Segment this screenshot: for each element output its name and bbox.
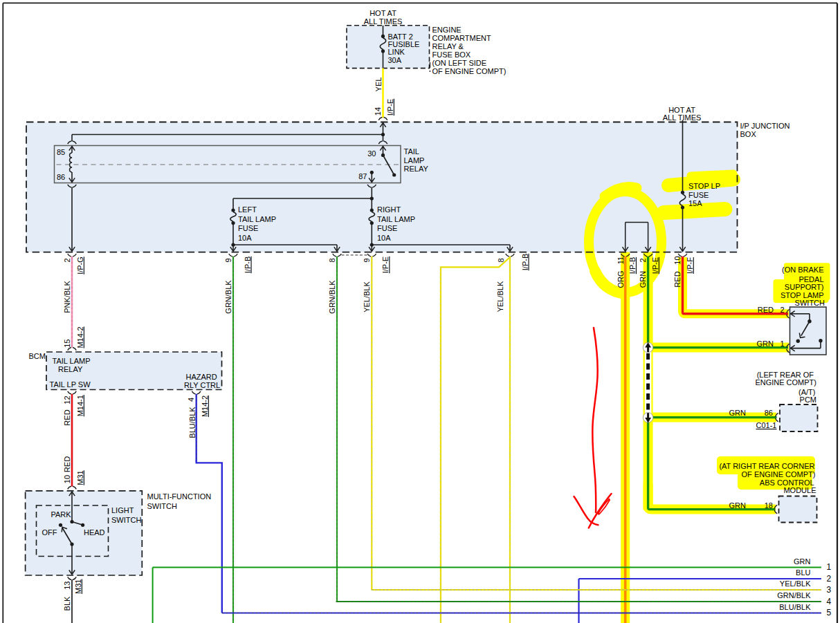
svg-text:1: 1 bbox=[780, 340, 784, 348]
svg-text:I/P-B: I/P-B bbox=[628, 257, 637, 274]
svg-text:I/P-E: I/P-E bbox=[381, 257, 390, 273]
svg-text:FUSE: FUSE bbox=[238, 224, 258, 232]
svg-text:GRN/BLK: GRN/BLK bbox=[328, 280, 336, 314]
svg-text:4: 4 bbox=[187, 398, 195, 402]
svg-text:ALL TIMES: ALL TIMES bbox=[663, 113, 702, 122]
svg-text:RED: RED bbox=[63, 409, 71, 425]
svg-text:SWITCH: SWITCH bbox=[111, 516, 141, 524]
svg-text:YEL/BLK: YEL/BLK bbox=[780, 579, 811, 588]
svg-text:SWITCH: SWITCH bbox=[147, 502, 177, 510]
svg-text:87: 87 bbox=[358, 172, 367, 180]
svg-text:14: 14 bbox=[374, 107, 382, 115]
svg-text:GRN: GRN bbox=[729, 409, 747, 417]
svg-text:HEAD: HEAD bbox=[84, 528, 105, 537]
svg-text:ALL TIMES: ALL TIMES bbox=[364, 17, 403, 26]
svg-text:I/P JUNCTION: I/P JUNCTION bbox=[740, 122, 790, 130]
svg-text:(ON BRAKE: (ON BRAKE bbox=[782, 266, 824, 274]
svg-text:OF ENGINE COMPT): OF ENGINE COMPT) bbox=[742, 470, 816, 478]
svg-text:5: 5 bbox=[827, 608, 832, 617]
svg-text:TAIL: TAIL bbox=[404, 147, 419, 156]
svg-text:HOT AT: HOT AT bbox=[369, 9, 396, 17]
svg-text:1: 1 bbox=[827, 562, 832, 572]
svg-text:2: 2 bbox=[780, 306, 784, 314]
svg-text:I/P-G: I/P-G bbox=[76, 257, 84, 275]
svg-text:10: 10 bbox=[673, 256, 682, 264]
svg-text:GRN/BLK: GRN/BLK bbox=[777, 591, 811, 599]
svg-text:2: 2 bbox=[63, 258, 71, 262]
svg-text:10: 10 bbox=[63, 475, 71, 483]
svg-text:85: 85 bbox=[57, 148, 65, 156]
svg-text:15A: 15A bbox=[688, 199, 702, 207]
svg-text:BOX: BOX bbox=[740, 130, 757, 138]
svg-text:BLU/BLK: BLU/BLK bbox=[188, 407, 197, 438]
svg-text:30: 30 bbox=[367, 149, 376, 158]
svg-text:BLK: BLK bbox=[63, 596, 71, 611]
svg-text:BLU/BLK: BLU/BLK bbox=[779, 603, 811, 611]
svg-text:FUSE: FUSE bbox=[688, 191, 709, 199]
svg-text:GRN: GRN bbox=[639, 271, 647, 288]
svg-text:M31: M31 bbox=[76, 470, 84, 485]
svg-text:9: 9 bbox=[224, 258, 232, 262]
svg-text:RELAY &: RELAY & bbox=[432, 42, 464, 50]
svg-text:18: 18 bbox=[765, 501, 773, 510]
svg-text:TAIL LAMP: TAIL LAMP bbox=[53, 357, 91, 365]
svg-text:GRN: GRN bbox=[729, 501, 747, 510]
svg-text:30A: 30A bbox=[388, 56, 402, 64]
svg-text:RED: RED bbox=[673, 271, 682, 287]
svg-text:I/P-F: I/P-F bbox=[686, 257, 694, 274]
svg-text:COMPARTMENT: COMPARTMENT bbox=[432, 34, 491, 42]
svg-text:I/P-B: I/P-B bbox=[521, 254, 529, 270]
svg-text:FUSE BOX: FUSE BOX bbox=[432, 50, 471, 59]
svg-text:HAZARD: HAZARD bbox=[186, 373, 217, 381]
svg-text:M14-2: M14-2 bbox=[76, 326, 84, 348]
svg-text:12: 12 bbox=[63, 396, 71, 404]
svg-text:8: 8 bbox=[328, 258, 336, 262]
svg-text:3: 3 bbox=[827, 585, 832, 595]
svg-text:GRN: GRN bbox=[757, 340, 774, 348]
svg-text:86: 86 bbox=[765, 409, 773, 417]
svg-text:PARK: PARK bbox=[51, 510, 72, 519]
svg-text:MULTI-FUNCTION: MULTI-FUNCTION bbox=[147, 492, 212, 501]
svg-text:GRN/BLK: GRN/BLK bbox=[224, 280, 232, 314]
svg-text:4: 4 bbox=[827, 597, 832, 606]
svg-text:I/P-E: I/P-E bbox=[386, 99, 394, 115]
svg-text:YEL: YEL bbox=[374, 77, 383, 92]
svg-text:2: 2 bbox=[827, 574, 832, 584]
svg-text:LINK: LINK bbox=[388, 48, 405, 56]
svg-text:M14-2: M14-2 bbox=[201, 396, 209, 417]
svg-text:(AT RIGHT REAR CORNER: (AT RIGHT REAR CORNER bbox=[719, 462, 814, 470]
svg-text:TAIL LP SW: TAIL LP SW bbox=[50, 380, 91, 389]
svg-text:OFF: OFF bbox=[42, 528, 57, 537]
svg-text:86: 86 bbox=[57, 173, 65, 181]
svg-text:(ON LEFT SIDE: (ON LEFT SIDE bbox=[432, 59, 487, 67]
svg-text:SWITCH: SWITCH bbox=[795, 299, 825, 307]
svg-text:15: 15 bbox=[63, 340, 71, 348]
svg-text:M14-1: M14-1 bbox=[76, 395, 84, 416]
svg-text:9: 9 bbox=[363, 258, 371, 262]
svg-text:M31: M31 bbox=[74, 579, 82, 593]
svg-text:11: 11 bbox=[617, 257, 625, 264]
svg-text:ENGINE: ENGINE bbox=[432, 26, 462, 34]
svg-text:MODULE: MODULE bbox=[783, 486, 816, 494]
svg-text:ORG: ORG bbox=[617, 270, 625, 288]
svg-text:I/P-E: I/P-E bbox=[651, 257, 659, 274]
svg-text:TAIL LAMP: TAIL LAMP bbox=[238, 215, 276, 223]
svg-text:13: 13 bbox=[63, 582, 71, 590]
svg-text:YEL/BLK: YEL/BLK bbox=[363, 281, 371, 313]
svg-text:8: 8 bbox=[497, 258, 505, 262]
svg-text:RLY CTRL: RLY CTRL bbox=[184, 381, 220, 389]
svg-text:OF ENGINE COMPT): OF ENGINE COMPT) bbox=[432, 67, 506, 75]
svg-text:PCM: PCM bbox=[800, 396, 816, 404]
svg-text:I/P-B: I/P-B bbox=[244, 257, 252, 273]
svg-text:SUPPORT): SUPPORT) bbox=[785, 283, 824, 291]
svg-text:ENGINE COMPT): ENGINE COMPT) bbox=[755, 378, 816, 387]
svg-text:10A: 10A bbox=[377, 234, 391, 242]
svg-text:RED: RED bbox=[63, 456, 71, 472]
svg-text:LEFT: LEFT bbox=[238, 205, 257, 214]
svg-text:BCM: BCM bbox=[29, 352, 46, 360]
svg-text:RELAY: RELAY bbox=[404, 165, 429, 173]
svg-text:LIGHT: LIGHT bbox=[111, 506, 134, 514]
svg-text:STOP LAMP: STOP LAMP bbox=[780, 291, 824, 299]
svg-text:YEL/BLK: YEL/BLK bbox=[496, 281, 504, 312]
svg-text:GRN: GRN bbox=[794, 557, 811, 566]
